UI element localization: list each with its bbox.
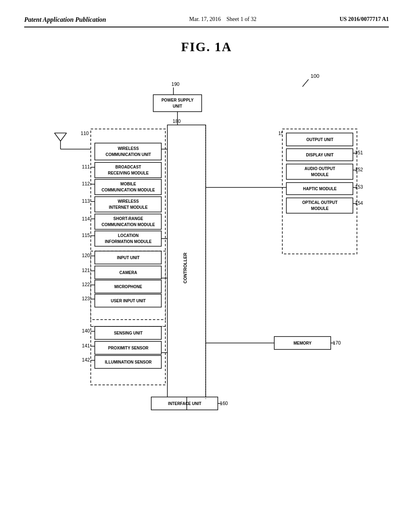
svg-text:SENSING UNIT: SENSING UNIT	[114, 331, 142, 335]
svg-text:ILLUMINATION SENSOR: ILLUMINATION SENSOR	[105, 360, 152, 364]
svg-text:MICROPHONE: MICROPHONE	[115, 285, 142, 289]
svg-text:SHORT-RANGE: SHORT-RANGE	[113, 216, 143, 221]
svg-text:UNIT: UNIT	[173, 104, 182, 108]
svg-text:CAMERA: CAMERA	[119, 270, 137, 275]
svg-text:OPTICAL OUTPUT: OPTICAL OUTPUT	[302, 200, 338, 205]
svg-text:WIRELESS: WIRELESS	[118, 146, 139, 151]
svg-text:120: 120	[82, 253, 90, 258]
svg-line-12	[60, 133, 67, 141]
svg-rect-4	[153, 95, 202, 112]
diagram-area: 100 190 POWER SUPPLY UNIT 180 110	[24, 62, 389, 486]
svg-text:152: 152	[355, 167, 363, 172]
svg-text:142: 142	[82, 357, 90, 363]
svg-text:MOBILE: MOBILE	[121, 182, 136, 186]
svg-text:MODULE: MODULE	[311, 172, 329, 177]
svg-text:AUDIO OUTPUT: AUDIO OUTPUT	[305, 166, 335, 171]
svg-text:BROADCAST: BROADCAST	[115, 165, 141, 169]
svg-text:POWER SUPPLY: POWER SUPPLY	[161, 98, 194, 102]
svg-text:INTERNET MODULE: INTERNET MODULE	[109, 205, 148, 210]
svg-text:123: 123	[82, 296, 90, 301]
svg-text:190: 190	[171, 81, 179, 87]
svg-line-11	[54, 133, 60, 141]
svg-text:RECEIVING MODULE: RECEIVING MODULE	[108, 171, 148, 175]
svg-text:154: 154	[355, 200, 363, 206]
svg-text:MODULE: MODULE	[311, 206, 329, 211]
svg-text:DISPLAY UNIT: DISPLAY UNIT	[306, 153, 334, 157]
svg-text:141: 141	[82, 343, 90, 349]
svg-text:140: 140	[82, 328, 90, 334]
svg-text:LOCATION: LOCATION	[118, 233, 138, 238]
page: Patent Application Publication Mar. 17, …	[0, 0, 413, 532]
svg-text:COMMUNICATION MODULE: COMMUNICATION MODULE	[102, 222, 155, 227]
svg-text:USER INPUT UNIT: USER INPUT UNIT	[111, 299, 146, 303]
svg-text:CONTROLLER: CONTROLLER	[183, 253, 188, 283]
svg-text:110: 110	[81, 131, 89, 136]
svg-text:111: 111	[82, 164, 90, 170]
svg-text:MEMORY: MEMORY	[294, 341, 312, 345]
patent-number: US 2016/0077717 A1	[340, 16, 389, 23]
svg-text:INTERFACE UNIT: INTERFACE UNIT	[168, 401, 202, 406]
svg-text:151: 151	[355, 150, 363, 156]
svg-text:115: 115	[82, 233, 90, 238]
svg-text:INPUT UNIT: INPUT UNIT	[117, 256, 140, 260]
svg-text:PROXIMITY SENSOR: PROXIMITY SENSOR	[108, 346, 149, 350]
svg-text:COMMUNICATION UNIT: COMMUNICATION UNIT	[106, 152, 151, 157]
page-header: Patent Application Publication Mar. 17, …	[24, 16, 389, 27]
svg-text:HAPTIC MODULE: HAPTIC MODULE	[303, 187, 337, 191]
diagram-svg: 100 190 POWER SUPPLY UNIT 180 110	[28, 62, 391, 486]
svg-text:153: 153	[355, 184, 363, 190]
svg-text:114: 114	[82, 216, 90, 222]
svg-text:113: 113	[82, 198, 90, 204]
svg-text:INFORMATION MODULE: INFORMATION MODULE	[105, 239, 152, 244]
svg-text:WIRELESS: WIRELESS	[118, 199, 139, 204]
figure-title: FIG. 1A	[24, 39, 389, 54]
svg-text:OUTPUT UNIT: OUTPUT UNIT	[306, 137, 333, 142]
publication-label: Patent Application Publication	[24, 16, 106, 23]
svg-rect-16	[95, 143, 161, 160]
svg-text:122: 122	[82, 282, 90, 287]
svg-text:COMMUNICATION MODULE: COMMUNICATION MODULE	[102, 188, 155, 192]
svg-line-1	[302, 79, 309, 87]
sheet-info: Mar. 17, 2016 Sheet 1 of 32	[189, 16, 257, 23]
svg-text:180: 180	[173, 118, 181, 124]
svg-text:121: 121	[82, 268, 90, 273]
svg-text:100: 100	[311, 73, 319, 79]
svg-text:112: 112	[82, 181, 90, 187]
